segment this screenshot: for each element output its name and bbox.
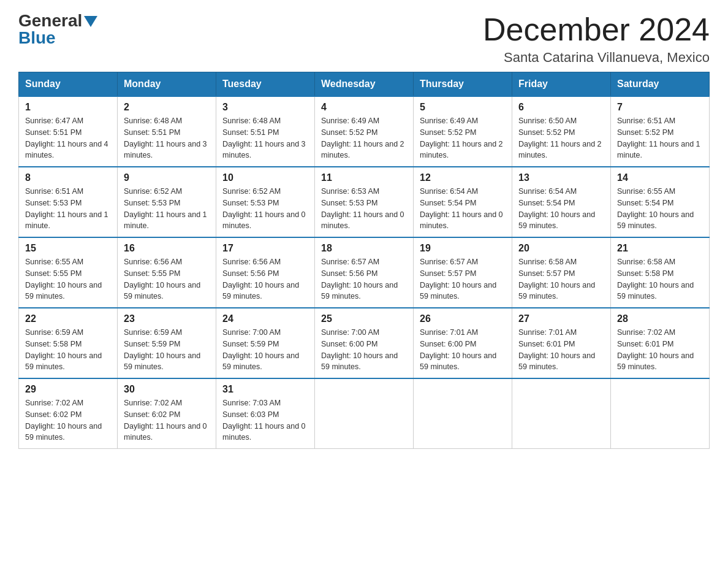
calendar-week-row: 15 Sunrise: 6:55 AM Sunset: 5:55 PM Dayl… (19, 237, 710, 308)
header-sunday: Sunday (19, 72, 118, 97)
location-subtitle: Santa Catarina Villanueva, Mexico (483, 50, 710, 66)
header-thursday: Thursday (414, 72, 512, 97)
table-row (315, 378, 414, 449)
day-number: 27 (518, 313, 604, 324)
weekday-header-row: Sunday Monday Tuesday Wednesday Thursday… (19, 72, 710, 97)
day-number: 12 (420, 172, 506, 183)
table-row: 16 Sunrise: 6:56 AM Sunset: 5:55 PM Dayl… (118, 237, 216, 308)
day-number: 2 (124, 102, 210, 113)
table-row (414, 378, 512, 449)
table-row: 28 Sunrise: 7:02 AM Sunset: 6:01 PM Dayl… (611, 308, 710, 378)
day-number: 5 (420, 102, 506, 113)
logo-triangle-icon (84, 16, 97, 27)
header-monday: Monday (118, 72, 216, 97)
day-info: Sunrise: 6:48 AM Sunset: 5:51 PM Dayligh… (124, 115, 210, 161)
day-info: Sunrise: 6:55 AM Sunset: 5:54 PM Dayligh… (617, 186, 703, 232)
table-row: 15 Sunrise: 6:55 AM Sunset: 5:55 PM Dayl… (19, 237, 118, 308)
day-info: Sunrise: 6:49 AM Sunset: 5:52 PM Dayligh… (420, 115, 506, 161)
day-info: Sunrise: 6:51 AM Sunset: 5:52 PM Dayligh… (617, 115, 703, 161)
day-number: 18 (321, 243, 407, 254)
day-number: 20 (518, 243, 604, 254)
day-info: Sunrise: 6:59 AM Sunset: 5:59 PM Dayligh… (124, 327, 210, 373)
table-row: 8 Sunrise: 6:51 AM Sunset: 5:53 PM Dayli… (19, 167, 118, 237)
day-info: Sunrise: 7:00 AM Sunset: 5:59 PM Dayligh… (222, 327, 308, 373)
day-number: 16 (124, 243, 210, 254)
day-number: 15 (25, 243, 111, 254)
day-info: Sunrise: 6:47 AM Sunset: 5:51 PM Dayligh… (25, 115, 111, 161)
table-row: 22 Sunrise: 6:59 AM Sunset: 5:58 PM Dayl… (19, 308, 118, 378)
title-area: December 2024 Santa Catarina Villanueva,… (483, 12, 710, 66)
day-info: Sunrise: 6:54 AM Sunset: 5:54 PM Dayligh… (420, 186, 506, 232)
day-number: 11 (321, 172, 407, 183)
day-number: 13 (518, 172, 604, 183)
day-number: 7 (617, 102, 703, 113)
day-number: 28 (617, 313, 703, 324)
table-row: 18 Sunrise: 6:57 AM Sunset: 5:56 PM Dayl… (315, 237, 414, 308)
day-number: 14 (617, 172, 703, 183)
table-row: 3 Sunrise: 6:48 AM Sunset: 5:51 PM Dayli… (216, 96, 315, 167)
day-info: Sunrise: 7:01 AM Sunset: 6:01 PM Dayligh… (518, 327, 604, 373)
day-info: Sunrise: 6:56 AM Sunset: 5:55 PM Dayligh… (124, 256, 210, 302)
table-row: 17 Sunrise: 6:56 AM Sunset: 5:56 PM Dayl… (216, 237, 315, 308)
table-row (611, 378, 710, 449)
day-number: 19 (420, 243, 506, 254)
day-number: 9 (124, 172, 210, 183)
table-row: 25 Sunrise: 7:00 AM Sunset: 6:00 PM Dayl… (315, 308, 414, 378)
table-row: 1 Sunrise: 6:47 AM Sunset: 5:51 PM Dayli… (19, 96, 118, 167)
day-number: 30 (124, 384, 210, 395)
day-number: 3 (222, 102, 308, 113)
logo: General Blue (18, 12, 97, 47)
day-info: Sunrise: 7:02 AM Sunset: 6:02 PM Dayligh… (124, 397, 210, 443)
calendar-week-row: 22 Sunrise: 6:59 AM Sunset: 5:58 PM Dayl… (19, 308, 710, 378)
day-info: Sunrise: 6:52 AM Sunset: 5:53 PM Dayligh… (124, 186, 210, 232)
table-row: 10 Sunrise: 6:52 AM Sunset: 5:53 PM Dayl… (216, 167, 315, 237)
month-title: December 2024 (483, 12, 710, 47)
table-row: 6 Sunrise: 6:50 AM Sunset: 5:52 PM Dayli… (512, 96, 611, 167)
day-number: 6 (518, 102, 604, 113)
day-info: Sunrise: 6:53 AM Sunset: 5:53 PM Dayligh… (321, 186, 407, 232)
table-row: 30 Sunrise: 7:02 AM Sunset: 6:02 PM Dayl… (118, 378, 216, 449)
table-row: 7 Sunrise: 6:51 AM Sunset: 5:52 PM Dayli… (611, 96, 710, 167)
header-saturday: Saturday (611, 72, 710, 97)
header-tuesday: Tuesday (216, 72, 315, 97)
table-row: 11 Sunrise: 6:53 AM Sunset: 5:53 PM Dayl… (315, 167, 414, 237)
day-number: 10 (222, 172, 308, 183)
day-number: 4 (321, 102, 407, 113)
calendar-week-row: 1 Sunrise: 6:47 AM Sunset: 5:51 PM Dayli… (19, 96, 710, 167)
table-row: 26 Sunrise: 7:01 AM Sunset: 6:00 PM Dayl… (414, 308, 512, 378)
table-row: 13 Sunrise: 6:54 AM Sunset: 5:54 PM Dayl… (512, 167, 611, 237)
calendar-week-row: 29 Sunrise: 7:02 AM Sunset: 6:02 PM Dayl… (19, 378, 710, 449)
day-number: 31 (222, 384, 308, 395)
calendar-week-row: 8 Sunrise: 6:51 AM Sunset: 5:53 PM Dayli… (19, 167, 710, 237)
day-number: 17 (222, 243, 308, 254)
logo-blue: Blue (18, 28, 56, 47)
day-info: Sunrise: 6:59 AM Sunset: 5:58 PM Dayligh… (25, 327, 111, 373)
table-row: 29 Sunrise: 7:02 AM Sunset: 6:02 PM Dayl… (19, 378, 118, 449)
table-row: 4 Sunrise: 6:49 AM Sunset: 5:52 PM Dayli… (315, 96, 414, 167)
table-row: 20 Sunrise: 6:58 AM Sunset: 5:57 PM Dayl… (512, 237, 611, 308)
header-wednesday: Wednesday (315, 72, 414, 97)
day-info: Sunrise: 6:58 AM Sunset: 5:58 PM Dayligh… (617, 256, 703, 302)
day-info: Sunrise: 6:57 AM Sunset: 5:56 PM Dayligh… (321, 256, 407, 302)
day-number: 26 (420, 313, 506, 324)
day-info: Sunrise: 6:55 AM Sunset: 5:55 PM Dayligh… (25, 256, 111, 302)
table-row: 23 Sunrise: 6:59 AM Sunset: 5:59 PM Dayl… (118, 308, 216, 378)
svg-marker-0 (84, 16, 97, 27)
day-info: Sunrise: 6:54 AM Sunset: 5:54 PM Dayligh… (518, 186, 604, 232)
day-info: Sunrise: 7:03 AM Sunset: 6:03 PM Dayligh… (222, 397, 308, 443)
page-header: General Blue December 2024 Santa Catarin… (18, 12, 710, 66)
day-info: Sunrise: 7:02 AM Sunset: 6:02 PM Dayligh… (25, 397, 111, 443)
header-friday: Friday (512, 72, 611, 97)
calendar-table: Sunday Monday Tuesday Wednesday Thursday… (18, 72, 710, 449)
table-row: 14 Sunrise: 6:55 AM Sunset: 5:54 PM Dayl… (611, 167, 710, 237)
day-info: Sunrise: 6:57 AM Sunset: 5:57 PM Dayligh… (420, 256, 506, 302)
table-row: 31 Sunrise: 7:03 AM Sunset: 6:03 PM Dayl… (216, 378, 315, 449)
table-row: 9 Sunrise: 6:52 AM Sunset: 5:53 PM Dayli… (118, 167, 216, 237)
day-info: Sunrise: 6:52 AM Sunset: 5:53 PM Dayligh… (222, 186, 308, 232)
table-row (512, 378, 611, 449)
table-row: 2 Sunrise: 6:48 AM Sunset: 5:51 PM Dayli… (118, 96, 216, 167)
day-number: 8 (25, 172, 111, 183)
day-number: 25 (321, 313, 407, 324)
day-info: Sunrise: 7:01 AM Sunset: 6:00 PM Dayligh… (420, 327, 506, 373)
day-number: 22 (25, 313, 111, 324)
